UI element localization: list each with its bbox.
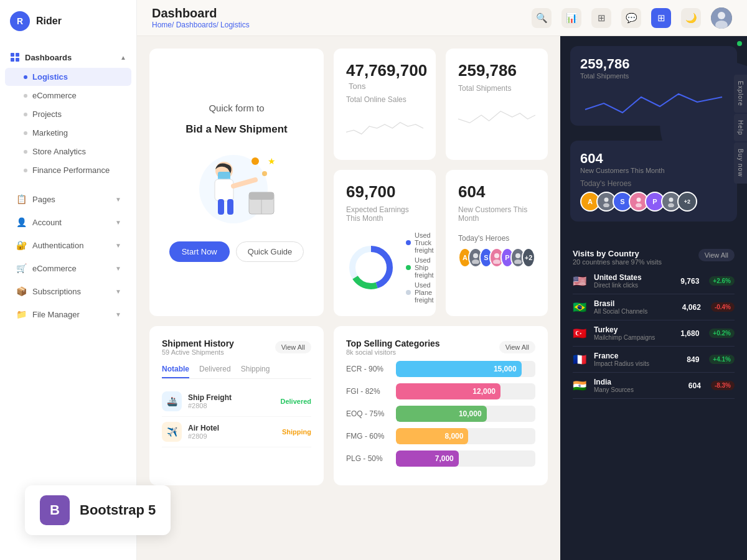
bar-label: PLG - 50% bbox=[346, 454, 390, 463]
dashboards-chevron-icon: ▲ bbox=[120, 54, 126, 61]
sidebar-dashboards-group[interactable]: Dashboards ▲ bbox=[0, 47, 136, 67]
sidebar: R Rider Dashboards ▲ Logistics eCommerce… bbox=[0, 0, 137, 560]
help-tab[interactable]: Help bbox=[734, 114, 747, 142]
main-area: Dashboard Home/ Dashboards/ Logistics 🔍 … bbox=[137, 0, 747, 560]
tab-shipping[interactable]: Shipping bbox=[241, 361, 270, 378]
svg-point-31 bbox=[603, 203, 609, 208]
selling-view-all-button[interactable]: View All bbox=[499, 341, 535, 353]
online-indicator bbox=[737, 41, 742, 46]
customers-number: 604 bbox=[458, 182, 535, 202]
air-icon: ✈️ bbox=[162, 422, 182, 442]
logistics-dot-icon bbox=[24, 75, 27, 79]
selling-bar-row: PLG - 50% 7,000 bbox=[346, 450, 535, 467]
authentication-icon: 🔐 bbox=[15, 239, 27, 251]
visits-view-all-button[interactable]: View All bbox=[698, 249, 735, 261]
country-source: All Social Channels bbox=[594, 308, 676, 315]
total-shipments-chart bbox=[458, 96, 535, 147]
file-manager-chevron-icon: ▼ bbox=[115, 311, 121, 318]
selling-card-header: Top Selling Categories 8k social visitor… bbox=[346, 338, 535, 356]
history-view-all-button[interactable]: View All bbox=[275, 341, 311, 353]
sidebar-item-file-manager[interactable]: 📁 File Manager ▼ bbox=[5, 303, 131, 325]
bar-track: 8,000 bbox=[396, 428, 535, 444]
total-sales-card: 47,769,700 Tons Total Online Sales bbox=[334, 49, 436, 160]
country-visits: 604 bbox=[688, 381, 701, 390]
country-source: Many Sources bbox=[594, 386, 682, 393]
dark-customers-number: 604 bbox=[580, 151, 727, 167]
selling-subtitle: 8k social visitors bbox=[346, 348, 440, 356]
earnings-card: 69,700 Expected Earnings This Month bbox=[334, 170, 436, 316]
visits-subtitle: 20 countries share 97% visits bbox=[573, 258, 662, 266]
svg-point-28 bbox=[515, 253, 520, 258]
dark-avatar-extra: +2 bbox=[677, 192, 697, 212]
svg-point-30 bbox=[604, 198, 609, 202]
country-change: +2.6% bbox=[709, 276, 735, 286]
country-info: Brasil All Social Channels bbox=[594, 299, 676, 315]
truck-dot-icon bbox=[406, 240, 411, 245]
grid-icon[interactable]: ⊞ bbox=[591, 8, 611, 28]
total-shipments-card: 259,786 Total Shipments bbox=[446, 49, 548, 160]
history-item-id-1: #2808 bbox=[188, 402, 274, 409]
sidebar-item-marketing[interactable]: Marketing bbox=[5, 124, 131, 142]
visits-section: Visits by Country 20 countries share 97%… bbox=[560, 239, 747, 560]
sidebar-item-store-analytics[interactable]: Store Analytics bbox=[5, 142, 131, 161]
country-visits: 1,680 bbox=[680, 329, 699, 338]
bar-fill: 7,000 bbox=[396, 450, 459, 467]
history-title: Shipment History bbox=[162, 338, 234, 348]
bar-label: FMG - 60% bbox=[346, 432, 390, 441]
sidebar-item-subscriptions[interactable]: 📦 Subscriptions ▼ bbox=[5, 280, 131, 302]
start-now-button[interactable]: Start Now bbox=[169, 241, 230, 262]
tab-delivered[interactable]: Delivered bbox=[199, 361, 231, 378]
shipment-history-card: Shipment History 59 Active Shipments Vie… bbox=[149, 326, 324, 485]
svg-point-9 bbox=[262, 171, 267, 176]
header-right: 🔍 📊 ⊞ 💬 ⊞ 🌙 bbox=[532, 7, 732, 29]
bar-fill: 12,000 bbox=[396, 383, 500, 399]
svg-rect-0 bbox=[11, 53, 14, 57]
sidebar-item-account[interactable]: 👤 Account ▼ bbox=[5, 211, 131, 233]
svg-point-32 bbox=[637, 198, 641, 202]
bar-fill: 10,000 bbox=[396, 406, 487, 422]
shipment-card-title: Quick form to bbox=[209, 103, 264, 113]
buy-now-tab[interactable]: Buy now bbox=[734, 142, 747, 183]
sidebar-item-pages[interactable]: 📋 Pages ▼ bbox=[5, 188, 131, 210]
bar-label: FGI - 82% bbox=[346, 387, 390, 396]
chart-icon[interactable]: 📊 bbox=[561, 8, 581, 28]
search-icon[interactable]: 🔍 bbox=[532, 8, 552, 28]
sidebar-item-projects[interactable]: Projects bbox=[5, 105, 131, 123]
tab-notable[interactable]: Notable bbox=[162, 361, 189, 378]
history-item-info-2: Air Hotel #2809 bbox=[188, 424, 276, 440]
explore-tab[interactable]: Explore bbox=[734, 75, 747, 113]
total-sales-line-chart bbox=[346, 108, 423, 145]
svg-rect-3 bbox=[16, 58, 19, 62]
theme-icon[interactable]: 🌙 bbox=[681, 8, 701, 28]
message-icon[interactable]: 💬 bbox=[621, 8, 641, 28]
country-info: France Impact Radius visits bbox=[594, 352, 680, 367]
sidebar-item-ecommerce2[interactable]: 🛒 eCommerce ▼ bbox=[5, 257, 131, 279]
header: Dashboard Home/ Dashboards/ Logistics 🔍 … bbox=[137, 0, 747, 36]
history-item-info-1: Ship Freight #2808 bbox=[188, 393, 274, 409]
sidebar-item-logistics[interactable]: Logistics bbox=[5, 68, 131, 86]
file-manager-icon: 📁 bbox=[15, 308, 27, 320]
history-item-name-2: Air Hotel bbox=[188, 424, 276, 432]
sidebar-logo[interactable]: R Rider bbox=[0, 0, 136, 42]
side-tabs: Explore Help Buy now bbox=[734, 75, 747, 184]
avatar[interactable] bbox=[711, 7, 732, 29]
country-change: -0.4% bbox=[711, 302, 735, 312]
sidebar-item-finance-performance[interactable]: Finance Performance bbox=[5, 161, 131, 179]
country-name: Brasil bbox=[594, 299, 676, 308]
shipment-illustration: ★ bbox=[187, 146, 286, 226]
finance-dot-icon bbox=[24, 169, 27, 172]
history-item-air: ✈️ Air Hotel #2809 Shipping bbox=[162, 417, 311, 447]
dark-shipments-card: 259,786 Total Shipments bbox=[570, 46, 737, 126]
bootstrap-icon: B bbox=[40, 495, 70, 525]
sidebar-item-authentication[interactable]: 🔐 Authentication ▼ bbox=[5, 234, 131, 256]
svg-point-29 bbox=[514, 259, 522, 264]
quick-guide-button[interactable]: Quick Guide bbox=[236, 241, 304, 262]
legend-plane: Used Plane freight 34% bbox=[406, 281, 436, 304]
todays-heroes: Today's Heroes A S P bbox=[458, 234, 535, 268]
selling-bars: ECR - 90% 15,000 FGI - 82% 12,000 EOQ - … bbox=[346, 361, 535, 467]
bar-label: EOQ - 75% bbox=[346, 409, 390, 418]
country-name: United States bbox=[594, 273, 674, 282]
apps-icon[interactable]: ⊞ bbox=[651, 8, 671, 28]
sidebar-item-ecommerce[interactable]: eCommerce bbox=[5, 86, 131, 105]
country-info: Turkey Mailchimp Campaigns bbox=[594, 325, 674, 341]
